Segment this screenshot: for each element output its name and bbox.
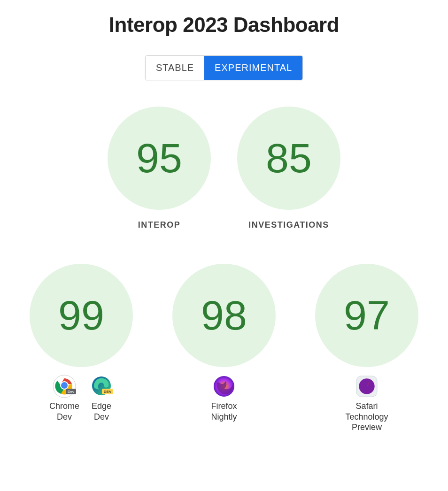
toggle-experimental[interactable]: EXPERIMENTAL (204, 56, 302, 80)
score-label: INVESTIGATIONS (248, 220, 329, 230)
browser-chrome-dev: Dev Chrome Dev (49, 375, 79, 422)
score-value: 85 (266, 138, 312, 179)
score-circle: 99 (30, 264, 133, 367)
browser-label: Safari Technology Preview (345, 401, 388, 433)
svg-text:Dev: Dev (68, 390, 74, 394)
safari-tp-icon (355, 375, 378, 398)
browser-row: 99 Dev (30, 264, 418, 433)
score-value: 97 (344, 295, 390, 336)
summary-interop: 95 INTEROP (108, 107, 211, 230)
score-label: INTEROP (138, 220, 181, 230)
score-value: 95 (136, 138, 182, 179)
browser-label: Firefox Nightly (211, 401, 237, 422)
browser-firefox-nightly: Firefox Nightly (211, 375, 237, 422)
svg-text:DEV: DEV (104, 390, 112, 394)
browser-group-chrome-edge: 99 Dev (30, 264, 133, 433)
channel-toggle: STABLE EXPERIMENTAL (145, 55, 303, 80)
summary-investigations: 85 INVESTIGATIONS (237, 107, 340, 230)
summary-row: 95 INTEROP 85 INVESTIGATIONS (108, 107, 340, 230)
browser-label: Chrome Dev (49, 401, 79, 422)
score-circle: 98 (172, 264, 276, 367)
score-value: 98 (201, 295, 247, 336)
chrome-dev-icon: Dev (53, 375, 76, 398)
page-title: Interop 2023 Dashboard (109, 13, 339, 37)
browser-group-firefox: 98 (172, 264, 276, 433)
edge-dev-icon: DEV (90, 375, 113, 398)
toggle-stable[interactable]: STABLE (146, 56, 204, 80)
score-circle: 95 (108, 107, 211, 210)
score-circle: 97 (315, 264, 418, 367)
browser-edge-dev: DEV Edge Dev (90, 375, 113, 422)
score-circle: 85 (237, 107, 340, 210)
browser-group-safari: 97 Safari Technology Preview (315, 264, 418, 433)
firefox-nightly-icon (212, 375, 236, 398)
score-value: 99 (58, 295, 104, 336)
browser-label: Edge Dev (92, 401, 111, 422)
browser-safari-tp: Safari Technology Preview (345, 375, 388, 433)
